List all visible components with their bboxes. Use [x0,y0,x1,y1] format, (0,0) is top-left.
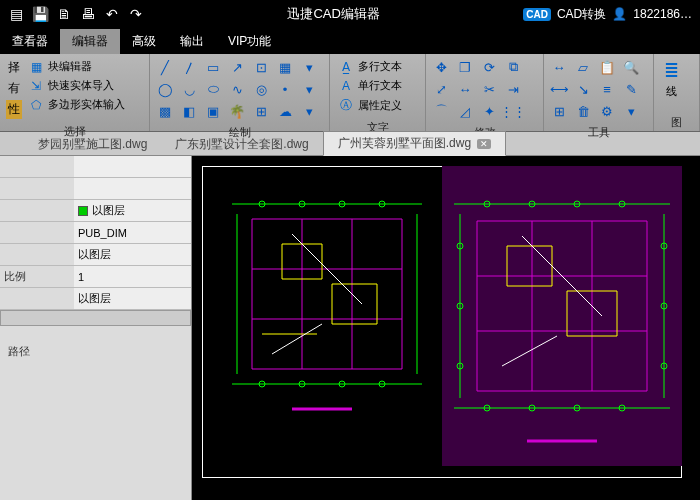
polyline-icon[interactable]: 〳 [180,58,198,76]
copy-icon[interactable]: ❐ [456,58,474,76]
move-icon[interactable]: ✥ [432,58,450,76]
group-layer: ≣ 线 图 [654,54,700,131]
dist-icon[interactable]: ↔ [550,58,568,76]
rotate-icon[interactable]: ⟳ [480,58,498,76]
print-icon[interactable]: 🖶 [80,6,96,22]
spline-icon[interactable]: ∿ [228,80,246,98]
app-title: 迅捷CAD编辑器 [152,5,515,23]
cloud-icon[interactable]: ☁ [276,102,294,120]
purge-icon[interactable]: 🗑 [574,102,592,120]
boundary-icon[interactable]: ▣ [204,102,222,120]
table-icon[interactable]: ⊞ [252,102,270,120]
image-icon[interactable]: 🌴 [228,102,246,120]
floor-plan-left [222,174,432,424]
tab-editor[interactable]: 编辑器 [60,29,120,54]
area-icon[interactable]: ▱ [574,58,592,76]
circle-icon[interactable]: ◯ [156,80,174,98]
select-btn-2[interactable]: 有 [6,79,22,98]
tab-output[interactable]: 输出 [168,29,216,54]
drop2-icon[interactable]: ▾ [300,80,318,98]
rect-icon[interactable]: ▭ [204,58,222,76]
prop-row[interactable] [0,156,191,178]
ellipse-icon[interactable]: ⬭ [204,80,222,98]
drawing-canvas[interactable] [192,156,700,500]
doc-tab-1[interactable]: 广东别墅设计全套图.dwg [161,133,322,156]
new-icon[interactable]: ▤ [8,6,24,22]
text-button[interactable]: A单行文本 [336,77,404,94]
layer-button[interactable]: ≣ 线 [660,58,683,101]
mirror-icon[interactable]: ⧉ [504,58,522,76]
properties-panel: 以图层 PUB_DIM 以图层 比例1 以图层 路径 [0,156,192,500]
drop3-icon[interactable]: ▾ [300,102,318,120]
path-label: 路径 [0,326,191,377]
group-tool: ↔ ▱ 📋 🔍 ⟷ ↘ ≡ ✎ ⊞ 🗑 ⚙ ▾ 工具 [544,54,654,131]
paste-icon[interactable]: 📋 [598,58,616,76]
gradient-icon[interactable]: ◧ [180,102,198,120]
tab-viewer[interactable]: 查看器 [0,29,60,54]
cad-convert-button[interactable]: CAD转换 [557,6,606,23]
explode-icon[interactable]: ✦ [480,102,498,120]
drop1-icon[interactable]: ▾ [300,58,318,76]
region-icon[interactable]: ▦ [276,58,294,76]
panel-scrollbar[interactable] [0,310,191,326]
select-btn-3[interactable]: 性 [6,100,22,119]
donut-icon[interactable]: ◎ [252,80,270,98]
user-icon[interactable]: 👤 [612,7,627,21]
quick-import-button[interactable]: ⇲快速实体导入 [26,77,127,94]
tab-advanced[interactable]: 高级 [120,29,168,54]
doc-tab-0[interactable]: 梦园别墅施工图.dwg [24,133,161,156]
align-icon[interactable]: ≡ [598,80,616,98]
attdef-icon: Ⓐ [338,97,354,114]
line-icon[interactable]: ╱ [156,58,174,76]
prop-row[interactable]: 以图层 [0,288,191,310]
tab-vip[interactable]: VIP功能 [216,29,283,54]
units-icon[interactable]: ⚙ [598,102,616,120]
extend-icon[interactable]: ⇥ [504,80,522,98]
cad-badge-icon: CAD [523,8,551,21]
fillet-icon[interactable]: ⌒ [432,102,450,120]
xline-icon[interactable]: ⊡ [252,58,270,76]
attdef-button[interactable]: Ⓐ属性定义 [336,96,404,115]
polygon-input-button[interactable]: ⬠多边形实体输入 [26,96,127,113]
leader-icon[interactable]: ↘ [574,80,592,98]
group-text: A̲多行文本 A单行文本 Ⓐ属性定义 文字 [330,54,426,131]
pdf-icon[interactable]: 🗎 [56,6,72,22]
prop-row[interactable]: 以图层 [0,244,191,266]
color-swatch-icon [78,206,88,216]
scale-icon[interactable]: ⤢ [432,80,450,98]
polygon-icon: ⬠ [28,98,44,112]
group-layer-label: 图 [654,114,699,131]
array-icon[interactable]: ⋮⋮ [504,102,522,120]
group-tool-label: 工具 [544,124,653,141]
block-editor-button[interactable]: ▦块编辑器 [26,58,127,75]
mtext-button[interactable]: A̲多行文本 [336,58,404,75]
find-icon[interactable]: 🔍 [622,58,640,76]
ribbon-tabs: 查看器 编辑器 高级 输出 VIP功能 [0,28,700,54]
arc-icon[interactable]: ◡ [180,80,198,98]
save-icon[interactable]: 💾 [32,6,48,22]
floor-plan-right [442,166,682,466]
hatch-icon[interactable]: ▩ [156,102,174,120]
titlebar: ▤ 💾 🗎 🖶 ↶ ↷ 迅捷CAD编辑器 CAD CAD转换 👤 1822186… [0,0,700,28]
more-tool-icon[interactable]: ▾ [622,102,640,120]
match-icon[interactable]: ✎ [622,80,640,98]
close-icon[interactable]: ✕ [477,139,491,149]
prop-row[interactable]: PUB_DIM [0,222,191,244]
calc-icon[interactable]: ⊞ [550,102,568,120]
prop-row[interactable] [0,178,191,200]
layers-icon: ≣ [664,60,679,82]
point-icon[interactable]: • [276,80,294,98]
redo-icon[interactable]: ↷ [128,6,144,22]
svg-rect-6 [332,284,377,324]
chamfer-icon[interactable]: ◿ [456,102,474,120]
ray-icon[interactable]: ↗ [228,58,246,76]
dim-icon[interactable]: ⟷ [550,80,568,98]
select-btn-1[interactable]: 择 [6,58,22,77]
stretch-icon[interactable]: ↔ [456,80,474,98]
trim-icon[interactable]: ✂ [480,80,498,98]
prop-row[interactable]: 比例1 [0,266,191,288]
prop-row[interactable]: 以图层 [0,200,191,222]
user-label[interactable]: 1822186… [633,7,692,21]
undo-icon[interactable]: ↶ [104,6,120,22]
doc-tab-2[interactable]: 广州芙蓉别墅平面图.dwg✕ [323,131,506,156]
